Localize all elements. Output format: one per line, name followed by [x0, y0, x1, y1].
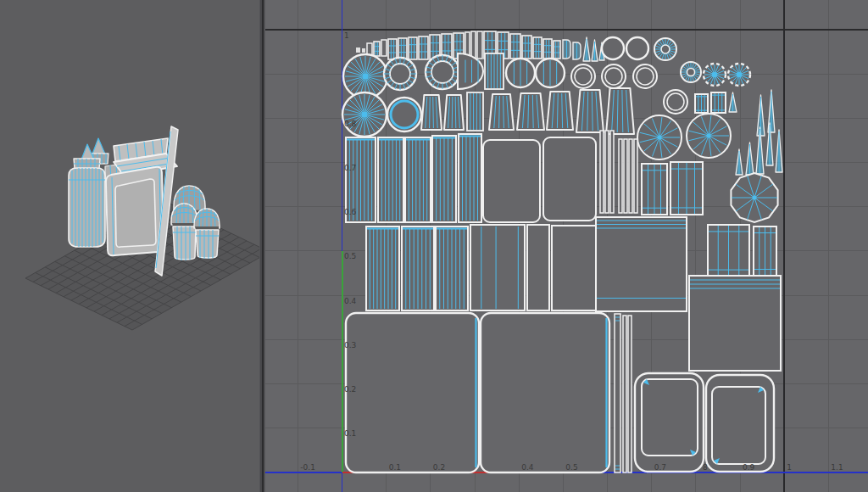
uv-island-center: [707, 134, 711, 138]
uv-island-edge: [430, 97, 431, 128]
uv-island[interactable]: [576, 90, 604, 132]
uv-island[interactable]: [689, 276, 781, 371]
uv-island[interactable]: [610, 131, 614, 213]
uv-island[interactable]: [381, 40, 387, 56]
uv-island[interactable]: [409, 37, 417, 59]
uv-island[interactable]: [602, 37, 624, 59]
uv-island[interactable]: [615, 314, 620, 472]
uv-island[interactable]: [596, 217, 687, 311]
uv-island[interactable]: [605, 131, 609, 213]
uv-island-center: [712, 72, 718, 78]
uv-island[interactable]: [387, 98, 421, 131]
axis-label-x: 0.7: [654, 463, 666, 472]
uv-island[interactable]: [477, 31, 482, 59]
axis-label-y: 0.6: [344, 208, 357, 216]
uv-island[interactable]: [421, 95, 442, 130]
uv-island-edge: [452, 97, 453, 128]
uv-island[interactable]: [444, 95, 464, 130]
uv-island-center: [658, 136, 662, 140]
uv-island[interactable]: [419, 36, 428, 59]
axis-label-y: 0.7: [344, 164, 356, 172]
axis-label-y: 0.2: [344, 385, 356, 394]
uv-island[interactable]: [517, 93, 544, 130]
axis-label-x: 0.4: [521, 463, 534, 472]
uv-island[interactable]: [623, 316, 626, 472]
uv-island[interactable]: [606, 88, 634, 134]
axis-label-y: 0.8: [344, 120, 357, 128]
uv-island[interactable]: [543, 39, 552, 59]
uv-island[interactable]: [388, 39, 397, 59]
napkin-holder-panel[interactable]: [115, 179, 156, 247]
uv-texture-editor[interactable]: -0.10.10.20.40.50.780.911.110.80.70.60.5…: [265, 0, 868, 492]
uv-island[interactable]: [483, 140, 540, 222]
uv-island[interactable]: [619, 139, 622, 213]
axis-label-y: 0.1: [344, 429, 356, 438]
axis-label-y: 0.4: [344, 297, 357, 305]
axis-label-y: 0.5: [344, 252, 356, 260]
uv-island[interactable]: [470, 225, 525, 310]
uv-island[interactable]: [481, 313, 609, 472]
uv-island[interactable]: [390, 64, 410, 84]
uv-island[interactable]: [547, 92, 573, 130]
uv-island[interactable]: [366, 226, 399, 310]
uv-island[interactable]: [510, 34, 520, 59]
uv-island[interactable]: [687, 68, 694, 75]
uv-island[interactable]: [346, 313, 479, 472]
ketchup-nozzle[interactable]: [81, 144, 94, 159]
uv-island[interactable]: [362, 48, 365, 53]
uv-island[interactable]: [626, 37, 648, 59]
uv-island[interactable]: [489, 94, 514, 130]
uv-island-edge: [455, 97, 456, 128]
uv-island-center: [363, 74, 368, 79]
uv-island[interactable]: [398, 38, 407, 59]
3d-perspective-viewport[interactable]: [0, 0, 259, 492]
uv-island-edge: [433, 97, 434, 128]
uv-island[interactable]: [629, 139, 632, 213]
uv-island[interactable]: [661, 45, 670, 53]
uv-island-center: [753, 196, 757, 200]
uv-island[interactable]: [628, 316, 632, 472]
uv-island-center: [737, 72, 743, 78]
axis-label-x: 0.9: [743, 463, 755, 472]
uv-island[interactable]: [431, 61, 453, 83]
uv-island[interactable]: [533, 37, 542, 59]
uv-island[interactable]: [471, 31, 476, 59]
panel-splitter[interactable]: [259, 0, 265, 492]
uv-island[interactable]: [552, 226, 598, 310]
uv-island[interactable]: [527, 225, 549, 310]
uv-island[interactable]: [642, 379, 698, 456]
uv-island[interactable]: [554, 41, 560, 59]
axis-label-y: 1: [344, 31, 349, 40]
uv-canvas: -0.10.10.20.40.50.780.911.110.80.70.60.5…: [265, 0, 868, 492]
axis-label-x: 1.1: [831, 463, 843, 472]
uv-island[interactable]: [522, 36, 531, 59]
axis-label-x: 0.2: [433, 463, 445, 472]
axis-label-x: 0.1: [389, 463, 401, 472]
uv-island[interactable]: [356, 48, 360, 53]
salt-shaker-right-body[interactable]: [196, 230, 219, 258]
3d-scene-canvas: [0, 0, 259, 492]
uv-islands: [342, 31, 782, 472]
salt-shaker-left-body[interactable]: [173, 226, 196, 260]
uv-island[interactable]: [467, 92, 483, 131]
uv-island[interactable]: [543, 137, 596, 221]
axis-label-x: 8: [703, 463, 708, 472]
3d-uv-application: -0.10.10.20.40.50.780.911.110.80.70.60.5…: [0, 0, 868, 492]
axis-label-y: 0.3: [344, 341, 356, 349]
axis-label-x: -0.1: [300, 463, 315, 472]
splitter-groove: [262, 0, 264, 492]
uv-island[interactable]: [634, 139, 637, 213]
uv-island[interactable]: [374, 42, 380, 56]
uv-island[interactable]: [624, 139, 627, 213]
uv-island[interactable]: [712, 387, 765, 464]
axis-label-x: 0.5: [565, 463, 577, 472]
uv-island-center: [362, 112, 367, 117]
uv-island[interactable]: [600, 131, 604, 213]
axis-label-x: 1: [787, 463, 792, 472]
